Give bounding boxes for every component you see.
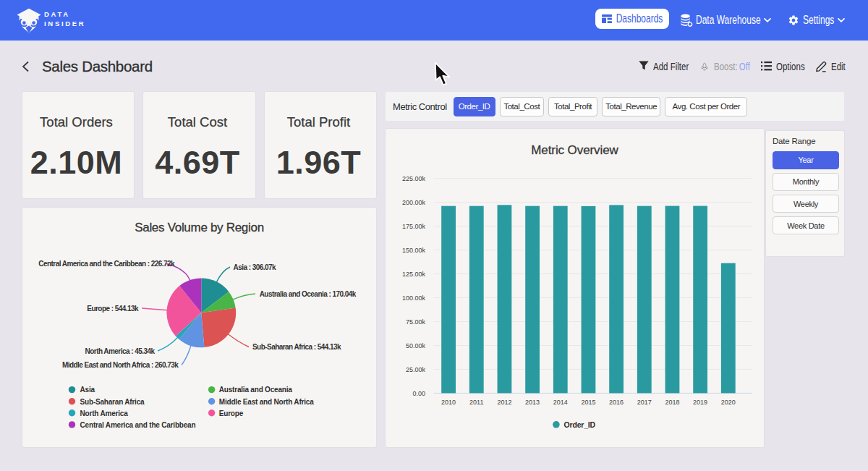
svg-text:Europe : 544.13k: Europe : 544.13k	[87, 305, 139, 313]
svg-text:150.00k: 150.00k	[402, 247, 426, 254]
svg-text:50.00k: 50.00k	[406, 342, 426, 349]
svg-text:North America : 45.34k: North America : 45.34k	[85, 347, 156, 355]
svg-text:2013: 2013	[525, 399, 540, 406]
svg-text:Middle East and North Africa: Middle East and North Africa	[219, 398, 314, 406]
svg-text:Sub-Saharan Africa: Sub-Saharan Africa	[80, 398, 145, 406]
svg-text:Australia and Oceania: Australia and Oceania	[219, 386, 292, 394]
svg-text:2015: 2015	[581, 399, 595, 406]
svg-text:2017: 2017	[637, 399, 652, 406]
svg-text:2020: 2020	[721, 399, 736, 406]
svg-text:125.00k: 125.00k	[402, 271, 426, 278]
svg-text:Middle East and North Africa :: Middle East and North Africa : 260.73k	[62, 361, 179, 369]
svg-text:225.00k: 225.00k	[402, 175, 426, 182]
svg-text:Sub-Saharan Africa : 544.13k: Sub-Saharan Africa : 544.13k	[252, 343, 341, 351]
svg-text:Europe: Europe	[219, 410, 244, 417]
svg-text:2014: 2014	[553, 399, 568, 406]
svg-text:Asia: Asia	[80, 386, 95, 394]
svg-text:2012: 2012	[497, 399, 511, 406]
svg-text:2019: 2019	[693, 399, 707, 406]
svg-text:2018: 2018	[665, 399, 679, 406]
svg-text:Order_ID: Order_ID	[564, 420, 596, 429]
svg-text:25.00k: 25.00k	[406, 366, 426, 373]
svg-text:Central America and the Caribb: Central America and the Caribbean	[80, 421, 196, 429]
svg-text:Asia : 306.07k: Asia : 306.07k	[234, 263, 276, 271]
svg-text:200.00k: 200.00k	[402, 199, 426, 206]
svg-text:2010: 2010	[441, 399, 456, 406]
svg-text:Central America and the Caribb: Central America and the Caribbean : 226.…	[38, 260, 175, 268]
svg-text:2011: 2011	[469, 399, 483, 406]
svg-text:75.00k: 75.00k	[406, 318, 426, 326]
svg-text:North America: North America	[80, 410, 129, 417]
svg-text:175.00k: 175.00k	[402, 223, 426, 230]
svg-text:100.00k: 100.00k	[402, 294, 426, 302]
svg-text:Australia and Oceania : 170.04: Australia and Oceania : 170.04k	[260, 290, 357, 298]
svg-text:0.00: 0.00	[412, 390, 425, 397]
svg-text:2016: 2016	[609, 399, 624, 406]
